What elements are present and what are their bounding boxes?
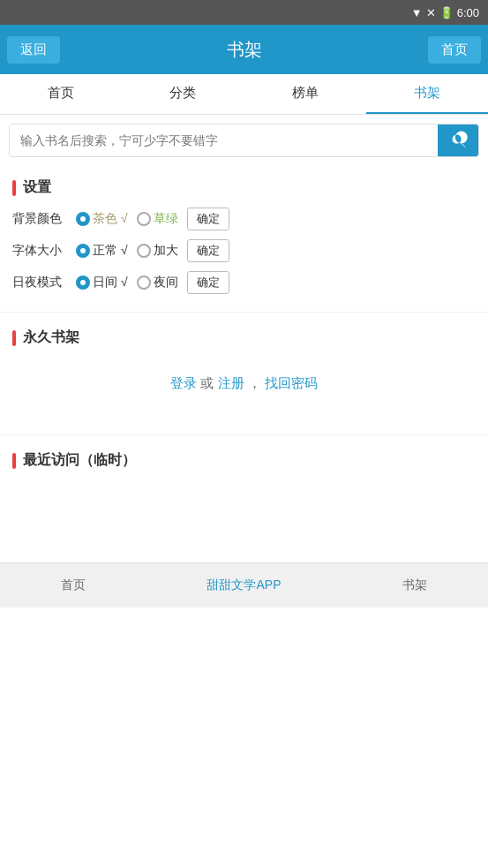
status-icons: ▼ ✕ 🔋 6:00 — [411, 6, 479, 19]
font-normal-label: 正常 √ — [93, 243, 128, 259]
footer: 首页 甜甜文学APP 书架 — [0, 562, 488, 608]
bg-green-radio[interactable] — [137, 212, 151, 226]
font-size-label: 字体大小 — [12, 243, 76, 259]
register-link[interactable]: 注册 — [218, 375, 244, 390]
bg-color-row: 背景颜色 茶色 √ 草绿 确定 — [12, 208, 476, 230]
battery-icon: 🔋 — [439, 6, 454, 19]
tab-category[interactable]: 分类 — [122, 74, 244, 114]
footer-shelf[interactable]: 书架 — [402, 577, 427, 593]
day-label: 日间 √ — [93, 275, 128, 291]
search-bar — [9, 124, 479, 157]
day-night-label: 日夜模式 — [12, 275, 76, 291]
bg-tea-label: 茶色 √ — [93, 211, 128, 227]
divider-2 — [0, 434, 488, 435]
bg-tea-option[interactable]: 茶色 √ — [76, 211, 128, 227]
recent-visits-section: 最近访问（临时） — [0, 439, 488, 493]
recent-visits-title: 最近访问（临时） — [12, 451, 476, 470]
font-normal-option[interactable]: 正常 √ — [76, 243, 128, 259]
bg-color-radio-group: 茶色 √ 草绿 确定 — [76, 208, 476, 230]
top-nav: 返回 书架 首页 — [0, 25, 488, 74]
bg-tea-radio[interactable] — [76, 212, 90, 226]
divider-1 — [0, 312, 488, 313]
comma-text: ， — [248, 375, 261, 390]
permanent-shelf-title: 永久书架 — [12, 328, 476, 347]
bg-color-label: 背景颜色 — [12, 211, 76, 227]
bg-green-option[interactable]: 草绿 — [137, 211, 178, 227]
nav-title: 书架 — [227, 38, 262, 62]
login-link[interactable]: 登录 — [170, 375, 197, 390]
find-password-link[interactable]: 找回密码 — [265, 375, 318, 390]
day-night-row: 日夜模式 日间 √ 夜间 确定 — [12, 271, 476, 294]
tab-ranking[interactable]: 榜单 — [244, 74, 366, 114]
day-night-radio-group: 日间 √ 夜间 确定 — [76, 271, 476, 294]
login-area: 登录 或 注册 ， 找回密码 — [12, 358, 476, 419]
home-button[interactable]: 首页 — [428, 36, 481, 64]
day-radio[interactable] — [76, 275, 90, 290]
font-confirm-button[interactable]: 确定 — [187, 239, 229, 262]
or-text: 或 — [200, 375, 217, 390]
font-size-radio-group: 正常 √ 加大 确定 — [76, 239, 476, 262]
search-button[interactable] — [438, 125, 478, 156]
bg-green-label: 草绿 — [154, 211, 178, 227]
search-input[interactable] — [10, 125, 438, 156]
permanent-shelf-section: 永久书架 登录 或 注册 ， 找回密码 — [0, 316, 488, 431]
font-large-label: 加大 — [154, 243, 178, 259]
status-bar: ▼ ✕ 🔋 6:00 — [0, 0, 488, 25]
footer-app[interactable]: 甜甜文学APP — [206, 577, 281, 593]
search-icon — [448, 131, 468, 150]
tab-bar: 首页 分类 榜单 书架 — [0, 74, 488, 115]
footer-home[interactable]: 首页 — [61, 577, 86, 593]
day-option[interactable]: 日间 √ — [76, 275, 128, 291]
network-icon: ✕ — [426, 6, 436, 19]
time-label: 6:00 — [457, 6, 479, 19]
font-large-radio[interactable] — [137, 244, 151, 258]
night-radio[interactable] — [137, 275, 151, 290]
signal-icon: ▼ — [411, 6, 423, 19]
bg-confirm-button[interactable]: 确定 — [187, 208, 229, 230]
night-label: 夜间 — [154, 275, 178, 291]
tab-home[interactable]: 首页 — [0, 74, 122, 114]
font-large-option[interactable]: 加大 — [137, 243, 178, 259]
settings-title: 设置 — [12, 178, 476, 197]
night-confirm-button[interactable]: 确定 — [187, 271, 229, 294]
back-button[interactable]: 返回 — [7, 36, 60, 64]
settings-section: 设置 背景颜色 茶色 √ 草绿 确定 字体大小 正常 √ 加大 — [0, 166, 488, 308]
tab-shelf[interactable]: 书架 — [366, 74, 488, 114]
font-size-row: 字体大小 正常 √ 加大 确定 — [12, 239, 476, 262]
font-normal-radio[interactable] — [76, 244, 90, 258]
night-option[interactable]: 夜间 — [137, 275, 178, 291]
